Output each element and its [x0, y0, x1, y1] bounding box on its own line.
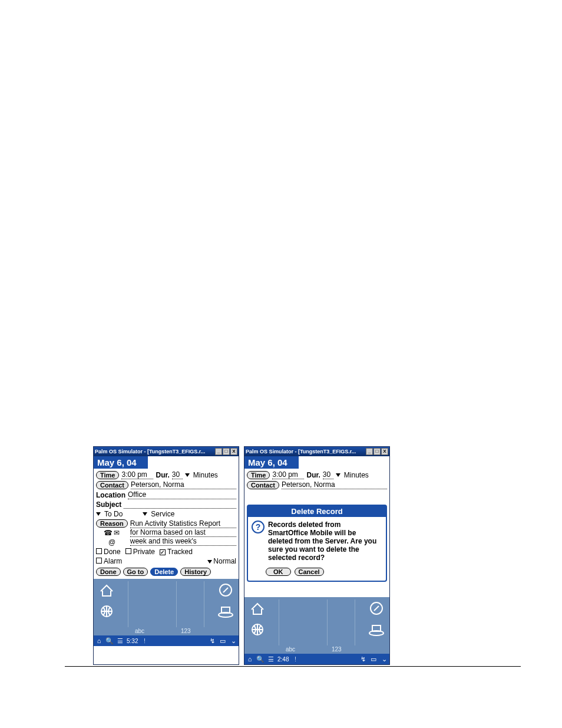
- alarm-checkbox[interactable]: [96, 558, 102, 564]
- maximize-button[interactable]: □: [223, 448, 230, 455]
- graffiti-abc-label[interactable]: abc: [135, 628, 144, 634]
- globe-silk-icon[interactable]: [247, 621, 268, 638]
- palm-simulator-window-right: Palm OS Simulator - [TungstenT3_EFIGS.r.…: [244, 446, 390, 665]
- tracked-checkbox[interactable]: [160, 549, 166, 555]
- dialog-title: Delete Record: [248, 506, 386, 517]
- tracked-checkbox-label: Tracked: [167, 548, 193, 556]
- location-value[interactable]: Office: [128, 490, 236, 499]
- question-icon: ?: [252, 521, 265, 533]
- home-silk-icon[interactable]: [247, 599, 268, 617]
- home-icon[interactable]: ⌂: [246, 655, 254, 663]
- find-icon[interactable]: 🔍: [256, 655, 265, 663]
- collapse-icon[interactable]: ⌄: [380, 655, 388, 663]
- card-icon[interactable]: ▭: [219, 637, 227, 645]
- window-titlebar[interactable]: Palm OS Simulator - [TungstenT3_EFIGS.r.…: [244, 447, 389, 456]
- home-silk-icon[interactable]: [96, 581, 117, 599]
- photo-silk-icon[interactable]: [215, 602, 236, 620]
- alert-icon[interactable]: !: [291, 655, 299, 663]
- globe-silk-icon[interactable]: [96, 602, 117, 620]
- page-divider: [65, 666, 521, 667]
- alarm-checkbox-label: Alarm: [104, 557, 122, 565]
- contact-button[interactable]: Contact: [96, 481, 128, 489]
- private-checkbox-label: Private: [133, 548, 155, 556]
- reason-text[interactable]: Run Activity Statistics Report for Norma…: [130, 519, 236, 546]
- time-value[interactable]: 3:00 pm: [121, 470, 153, 479]
- graffiti-123-label[interactable]: 123: [181, 628, 191, 634]
- subject-label: Subject: [96, 500, 121, 509]
- duration-unit[interactable]: Minutes: [193, 471, 218, 479]
- palm-screen: May 6, 04 Time 3:00 pm Dur. 30 Minutes C…: [94, 456, 239, 646]
- card-icon[interactable]: ▭: [369, 655, 378, 663]
- pen-silk-icon[interactable]: [366, 599, 387, 617]
- location-label: Location: [96, 491, 125, 499]
- duration-label: Dur.: [306, 471, 320, 479]
- photo-silk-icon[interactable]: [366, 621, 387, 638]
- phone-icon[interactable]: ☎: [104, 529, 113, 537]
- mail-icon[interactable]: ✉: [114, 529, 120, 537]
- graffiti-area[interactable]: abc 123: [244, 597, 389, 654]
- ok-button[interactable]: OK: [266, 568, 291, 576]
- cancel-button[interactable]: Cancel: [295, 568, 324, 576]
- done-checkbox[interactable]: [96, 548, 102, 554]
- palm-simulator-window-left: Palm OS Simulator - [TungstenT3_EFIGS.r.…: [93, 446, 239, 665]
- activity-form: Time 3:00 pm Dur. 30 Minutes Contact Pet…: [94, 469, 239, 579]
- duration-value[interactable]: 30: [323, 470, 333, 479]
- dialog-message: Records deleted from SmartOffice Mobile …: [268, 521, 382, 562]
- reason-button[interactable]: Reason: [96, 519, 128, 528]
- goto-button[interactable]: Go to: [123, 568, 148, 576]
- duration-unit[interactable]: Minutes: [344, 471, 369, 479]
- palm-screen: May 6, 04 Time 3:00 pm Dur. 30 Minutes C…: [244, 456, 389, 664]
- service-dropdown-icon[interactable]: [143, 512, 147, 516]
- at-icon[interactable]: @: [108, 538, 115, 546]
- duration-unit-dropdown-icon[interactable]: [336, 473, 340, 477]
- type-dropdown[interactable]: To Do: [104, 510, 123, 518]
- minimize-button[interactable]: _: [366, 448, 373, 455]
- priority-dropdown[interactable]: Normal: [213, 557, 236, 565]
- date-header[interactable]: May 6, 04: [244, 456, 299, 469]
- done-checkbox-label: Done: [104, 548, 121, 556]
- done-button[interactable]: Done: [96, 568, 121, 576]
- duration-unit-dropdown-icon[interactable]: [185, 473, 190, 477]
- window-titlebar[interactable]: Palm OS Simulator - [TungstenT3_EFIGS.r.…: [94, 447, 239, 456]
- contact-button[interactable]: Contact: [247, 481, 279, 489]
- activity-form: Time 3:00 pm Dur. 30 Minutes Contact Pet…: [244, 469, 389, 597]
- sync-icon[interactable]: ↯: [208, 637, 216, 645]
- maximize-button[interactable]: □: [373, 448, 381, 455]
- delete-record-dialog: Delete Record ? Records deleted from Sma…: [247, 505, 387, 582]
- contact-value[interactable]: Peterson, Norma: [282, 480, 387, 489]
- graffiti-area[interactable]: abc 123: [94, 579, 239, 635]
- menu-icon[interactable]: ☰: [267, 655, 275, 663]
- find-icon[interactable]: 🔍: [105, 637, 114, 645]
- status-clock[interactable]: 2:48: [277, 656, 289, 663]
- status-clock[interactable]: 5:32: [127, 638, 138, 644]
- menu-icon[interactable]: ☰: [116, 637, 124, 645]
- pen-silk-icon[interactable]: [215, 581, 236, 599]
- duration-label: Dur.: [156, 471, 169, 479]
- collapse-icon[interactable]: ⌄: [229, 637, 237, 645]
- graffiti-123-label[interactable]: 123: [332, 646, 342, 653]
- service-dropdown[interactable]: Service: [151, 510, 174, 518]
- status-bar: ⌂ 🔍 ☰ 2:48 ! ↯ ▭ ⌄: [244, 654, 389, 664]
- window-title: Palm OS Simulator - [TungstenT3_EFIGS.r.…: [246, 449, 366, 454]
- priority-dropdown-icon[interactable]: [207, 560, 212, 564]
- alert-icon[interactable]: !: [140, 637, 148, 645]
- screenshots-row: Palm OS Simulator - [TungstenT3_EFIGS.r.…: [93, 446, 390, 665]
- private-checkbox[interactable]: [125, 548, 131, 554]
- contact-value[interactable]: Peterson, Norma: [131, 480, 236, 489]
- close-button[interactable]: X: [230, 448, 237, 455]
- time-button[interactable]: Time: [247, 471, 270, 479]
- time-value[interactable]: 3:00 pm: [272, 470, 304, 479]
- window-title: Palm OS Simulator - [TungstenT3_EFIGS.r.…: [95, 449, 215, 454]
- close-button[interactable]: X: [381, 448, 388, 455]
- type-dropdown-icon[interactable]: [96, 512, 101, 516]
- subject-value[interactable]: [124, 500, 236, 509]
- minimize-button[interactable]: _: [215, 448, 222, 455]
- history-button[interactable]: History: [180, 568, 211, 576]
- home-icon[interactable]: ⌂: [95, 637, 103, 645]
- graffiti-abc-label[interactable]: abc: [286, 646, 295, 653]
- delete-button[interactable]: Delete: [150, 568, 178, 576]
- duration-value[interactable]: 30: [172, 470, 183, 479]
- sync-icon[interactable]: ↯: [359, 655, 367, 663]
- date-header[interactable]: May 6, 04: [94, 456, 148, 469]
- time-button[interactable]: Time: [96, 471, 119, 479]
